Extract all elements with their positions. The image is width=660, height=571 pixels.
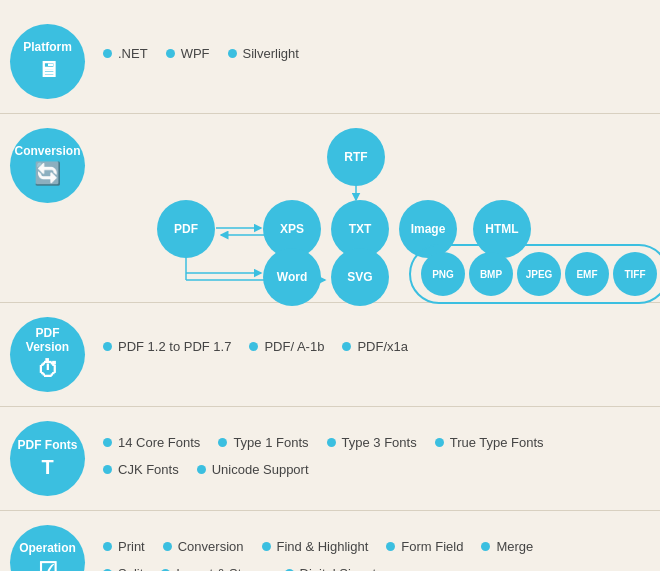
item-label: Type 1 Fonts xyxy=(233,435,308,450)
item-label: Silverlight xyxy=(243,46,299,61)
pdf-fonts-icon: T xyxy=(41,455,53,479)
bullet-dot xyxy=(249,342,258,351)
list-item: Conversion xyxy=(163,539,244,554)
pdf-version-label: PDF Version xyxy=(26,326,69,355)
list-item: PDF/ A-1b xyxy=(249,339,324,354)
item-label: Split xyxy=(118,566,143,571)
png-node: PNG xyxy=(421,252,465,296)
platform-content: .NET WPF Silverlight xyxy=(103,24,650,67)
item-label: Digital Signature xyxy=(300,566,395,571)
list-item: True Type Fonts xyxy=(435,435,544,450)
list-item: Merge xyxy=(481,539,533,554)
conversion-icon-circle: Conversion 🔄 xyxy=(10,128,85,203)
pdf-fonts-row1: 14 Core Fonts Type 1 Fonts Type 3 Fonts … xyxy=(103,435,650,456)
bullet-dot xyxy=(166,49,175,58)
item-label: CJK Fonts xyxy=(118,462,179,477)
bullet-dot xyxy=(481,542,490,551)
operation-row2: Split Import & Stamp Digital Signature xyxy=(103,566,650,571)
item-label: 14 Core Fonts xyxy=(118,435,200,450)
operation-label: Operation xyxy=(19,541,76,555)
item-label: Type 3 Fonts xyxy=(342,435,417,450)
emf-node: EMF xyxy=(565,252,609,296)
bullet-dot xyxy=(262,542,271,551)
pdf-fonts-label: PDF Fonts xyxy=(18,438,78,452)
list-item: Type 1 Fonts xyxy=(218,435,308,450)
pdf-version-section: PDF Version ⏱ PDF 1.2 to PDF 1.7 PDF/ A-… xyxy=(0,303,660,407)
bullet-dot xyxy=(163,542,172,551)
item-label: Unicode Support xyxy=(212,462,309,477)
bullet-dot xyxy=(386,542,395,551)
platform-label: Platform xyxy=(23,40,72,54)
conversion-section: Conversion 🔄 RTF PDF XPS xyxy=(0,114,660,303)
item-label: PDF 1.2 to PDF 1.7 xyxy=(118,339,231,354)
conversion-diagram: RTF PDF XPS TXT Image HTML Word SVG PNG … xyxy=(103,128,593,288)
list-item: Form Field xyxy=(386,539,463,554)
bullet-dot xyxy=(103,438,112,447)
pdf-fonts-section: PDF Fonts T 14 Core Fonts Type 1 Fonts T… xyxy=(0,407,660,511)
tiff-node: TIFF xyxy=(613,252,657,296)
bullet-dot xyxy=(103,342,112,351)
item-label: Conversion xyxy=(178,539,244,554)
pdf-fonts-content: 14 Core Fonts Type 1 Fonts Type 3 Fonts … xyxy=(103,421,650,483)
pdf-version-icon: ⏱ xyxy=(37,357,59,383)
operation-row1: Print Conversion Find & Highlight Form F… xyxy=(103,539,650,560)
item-label: Form Field xyxy=(401,539,463,554)
item-label: .NET xyxy=(118,46,148,61)
operation-section: Operation ☑ Print Conversion Find & High… xyxy=(0,511,660,571)
list-item: WPF xyxy=(166,46,210,61)
bullet-dot xyxy=(228,49,237,58)
list-item: Unicode Support xyxy=(197,462,309,477)
operation-icon: ☑ xyxy=(38,558,58,572)
item-label: Merge xyxy=(496,539,533,554)
list-item: Silverlight xyxy=(228,46,299,61)
list-item: 14 Core Fonts xyxy=(103,435,200,450)
pdf-node: PDF xyxy=(157,200,215,258)
item-label: WPF xyxy=(181,46,210,61)
jpeg-node: JPEG xyxy=(517,252,561,296)
word-node: Word xyxy=(263,248,321,306)
bullet-dot xyxy=(103,542,112,551)
svg-node: SVG xyxy=(331,248,389,306)
list-item: Split xyxy=(103,566,143,571)
bmp-node: BMP xyxy=(469,252,513,296)
item-label: Print xyxy=(118,539,145,554)
pdf-version-content: PDF 1.2 to PDF 1.7 PDF/ A-1b PDF/x1a xyxy=(103,317,650,360)
conversion-label: Conversion xyxy=(14,144,80,158)
item-label: Find & Highlight xyxy=(277,539,369,554)
item-label: True Type Fonts xyxy=(450,435,544,450)
pdf-version-icon-circle: PDF Version ⏱ xyxy=(10,317,85,392)
bullet-dot xyxy=(103,49,112,58)
list-item: Find & Highlight xyxy=(262,539,369,554)
bullet-dot xyxy=(342,342,351,351)
bullet-dot xyxy=(435,438,444,447)
list-item: PDF 1.2 to PDF 1.7 xyxy=(103,339,231,354)
item-label: PDF/ A-1b xyxy=(264,339,324,354)
operation-content: Print Conversion Find & Highlight Form F… xyxy=(103,525,650,571)
list-item: CJK Fonts xyxy=(103,462,179,477)
platform-icon: 🖥 xyxy=(37,57,59,83)
list-item: Digital Signature xyxy=(285,566,395,571)
platform-icon-circle: Platform 🖥 xyxy=(10,24,85,99)
item-label: Import & Stamp xyxy=(176,566,266,571)
conversion-icon: 🔄 xyxy=(34,161,61,187)
bullet-dot xyxy=(197,465,206,474)
bullet-dot xyxy=(103,465,112,474)
list-item: PDF/x1a xyxy=(342,339,408,354)
list-item: Import & Stamp xyxy=(161,566,266,571)
list-item: Type 3 Fonts xyxy=(327,435,417,450)
bullet-dot xyxy=(327,438,336,447)
rtf-node: RTF xyxy=(327,128,385,186)
list-item: .NET xyxy=(103,46,148,61)
bullet-dot xyxy=(218,438,227,447)
platform-section: Platform 🖥 .NET WPF Silverlight xyxy=(0,10,660,114)
pdf-fonts-icon-circle: PDF Fonts T xyxy=(10,421,85,496)
list-item: Print xyxy=(103,539,145,554)
pdf-fonts-row2: CJK Fonts Unicode Support xyxy=(103,462,650,483)
operation-icon-circle: Operation ☑ xyxy=(10,525,85,571)
image-group: PNG BMP JPEG EMF TIFF xyxy=(409,244,660,304)
item-label: PDF/x1a xyxy=(357,339,408,354)
